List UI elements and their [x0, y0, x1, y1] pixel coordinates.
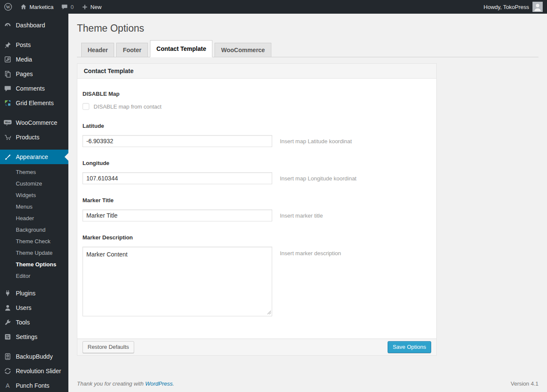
sliders-icon: [3, 333, 12, 341]
avatar: [532, 2, 543, 12]
submenu-item-header[interactable]: Header: [0, 212, 68, 224]
sidebar-item-products[interactable]: Products: [0, 130, 68, 144]
restore-defaults-button[interactable]: Restore Defaults: [82, 341, 134, 353]
account-menu[interactable]: Howdy, TokoPress: [484, 2, 547, 12]
sidebar-item-label: Pages: [16, 71, 33, 77]
footer-thanks-text: Thank you for creating with: [77, 380, 144, 387]
submenu-label: Widgets: [16, 192, 36, 198]
tab-contact-template[interactable]: Contact Template: [150, 40, 212, 57]
active-menu-arrow: [65, 153, 68, 161]
menu-separator: [0, 344, 68, 349]
main-content: Theme Options Header Footer Contact Temp…: [68, 0, 547, 392]
wordpress-link[interactable]: WordPress: [145, 380, 173, 387]
submenu-label: Customize: [16, 180, 42, 187]
sidebar-item-dashboard[interactable]: Dashboard: [0, 18, 68, 32]
sidebar-item-label: Revolution Slider: [16, 368, 61, 374]
sidebar-item-posts[interactable]: Posts: [0, 38, 68, 52]
wordpress-logo-icon: W: [4, 3, 12, 11]
submenu-item-theme-options[interactable]: Theme Options: [0, 259, 68, 270]
sidebar-item-label: Punch Fonts: [16, 382, 50, 389]
sidebar-item-backupbuddy[interactable]: BackupBuddy: [0, 349, 68, 364]
pages-icon: [3, 70, 12, 78]
latitude-input[interactable]: [82, 135, 272, 147]
sidebar-item-tools[interactable]: Tools: [0, 315, 68, 330]
backup-icon: [3, 352, 12, 361]
sidebar-item-label: Settings: [16, 333, 38, 340]
new-menu[interactable]: New: [78, 0, 106, 14]
sidebar-item-plugins[interactable]: Plugins: [0, 286, 68, 301]
submenu-label: Theme Update: [16, 250, 53, 256]
wrench-icon: [3, 318, 12, 327]
sidebar-item-revolution-slider[interactable]: Revolution Slider: [0, 364, 68, 378]
menu-separator: [0, 32, 68, 38]
site-name-menu[interactable]: Marketica: [16, 0, 57, 14]
sidebar-item-settings[interactable]: Settings: [0, 330, 68, 344]
page-footer: Thank you for creating with WordPress. V…: [77, 380, 538, 387]
marker-description-hint: Insert marker description: [280, 250, 341, 256]
save-options-button[interactable]: Save Options: [388, 341, 431, 353]
page-title: Theme Options: [77, 14, 538, 35]
submenu-item-menus[interactable]: Menus: [0, 201, 68, 212]
panel-title: Contact Template: [77, 64, 436, 79]
comment-count: 0: [71, 4, 74, 10]
disable-map-checkbox-row[interactable]: DISABLE map from contact: [82, 103, 431, 110]
sidebar-item-users[interactable]: Users: [0, 301, 68, 315]
tab-bar: Header Footer Contact Template WooCommer…: [77, 40, 538, 57]
submenu-item-theme-update[interactable]: Theme Update: [0, 247, 68, 259]
cart-icon: [3, 133, 12, 141]
tab-footer[interactable]: Footer: [116, 43, 148, 57]
sidebar-item-label: WooCommerce: [16, 119, 57, 126]
sidebar-item-woocommerce[interactable]: Woo WooCommerce: [0, 115, 68, 130]
wordpress-logo-menu[interactable]: W: [0, 0, 16, 14]
sidebar-item-label: Users: [16, 304, 32, 311]
version-text: Version 4.1: [511, 380, 538, 387]
sidebar-item-appearance[interactable]: Appearance: [0, 150, 68, 164]
latitude-hint: Insert map Latitude koordinat: [280, 138, 352, 144]
submenu-label: Editor: [16, 273, 30, 279]
submenu-label: Menus: [16, 203, 32, 210]
submenu-item-customize[interactable]: Customize: [0, 178, 68, 189]
submenu-item-theme-check[interactable]: Theme Check: [0, 236, 68, 247]
tab-woocommerce[interactable]: WooCommerce: [215, 43, 271, 57]
sidebar-item-pages[interactable]: Pages: [0, 67, 68, 81]
submenu-item-themes[interactable]: Themes: [0, 166, 68, 178]
panel-footer: Restore Defaults Save Options: [77, 339, 436, 355]
submenu-item-editor[interactable]: Editor: [0, 270, 68, 282]
submenu-label: Header: [16, 215, 34, 221]
latitude-label: Latitude: [82, 123, 431, 129]
marker-title-hint: Insert marker title: [280, 212, 323, 219]
submenu-item-widgets[interactable]: Widgets: [0, 189, 68, 201]
refresh-icon: [3, 367, 12, 375]
menu-separator: [0, 110, 68, 115]
marker-description-textarea[interactable]: Marker Content: [82, 247, 272, 316]
disable-map-checkbox[interactable]: [82, 103, 89, 110]
sidebar-item-label: BackupBuddy: [16, 353, 53, 360]
woo-badge-icon: Woo: [3, 118, 12, 127]
longitude-input[interactable]: [82, 172, 272, 184]
submenu-item-background[interactable]: Background: [0, 224, 68, 236]
svg-text:Woo: Woo: [5, 121, 11, 124]
menu-separator: [0, 144, 68, 150]
longitude-field: Longitude Insert map Longitude koordinat: [82, 160, 431, 184]
marker-title-input[interactable]: [82, 209, 272, 221]
comment-bubble-icon: [61, 3, 68, 10]
sidebar-item-grid-elements[interactable]: Grid Elements: [0, 96, 68, 110]
sidebar-item-label: Dashboard: [16, 22, 45, 29]
disable-map-field: DISABLE Map DISABLE map from contact: [82, 91, 431, 110]
tab-header[interactable]: Header: [81, 43, 114, 57]
user-icon: [3, 304, 12, 312]
appearance-submenu: Themes Customize Widgets Menus Header Ba…: [0, 164, 68, 286]
comments-menu[interactable]: 0: [57, 0, 77, 14]
sidebar-item-media[interactable]: Media: [0, 52, 68, 67]
resize-grip-icon[interactable]: [267, 310, 271, 315]
sidebar-item-label: Tools: [16, 319, 30, 326]
plug-icon: [3, 289, 12, 298]
sidebar-item-label: Products: [16, 134, 39, 141]
paintbrush-icon: [3, 153, 12, 161]
sidebar-item-comments[interactable]: Comments: [0, 81, 68, 96]
sidebar-item-punch-fonts[interactable]: A Punch Fonts: [0, 378, 68, 392]
disable-map-checkbox-label: DISABLE map from contact: [94, 103, 162, 110]
longitude-hint: Insert map Longitude koordinat: [280, 175, 356, 182]
latitude-field: Latitude Insert map Latitude koordinat: [82, 123, 431, 147]
longitude-label: Longitude: [82, 160, 431, 166]
